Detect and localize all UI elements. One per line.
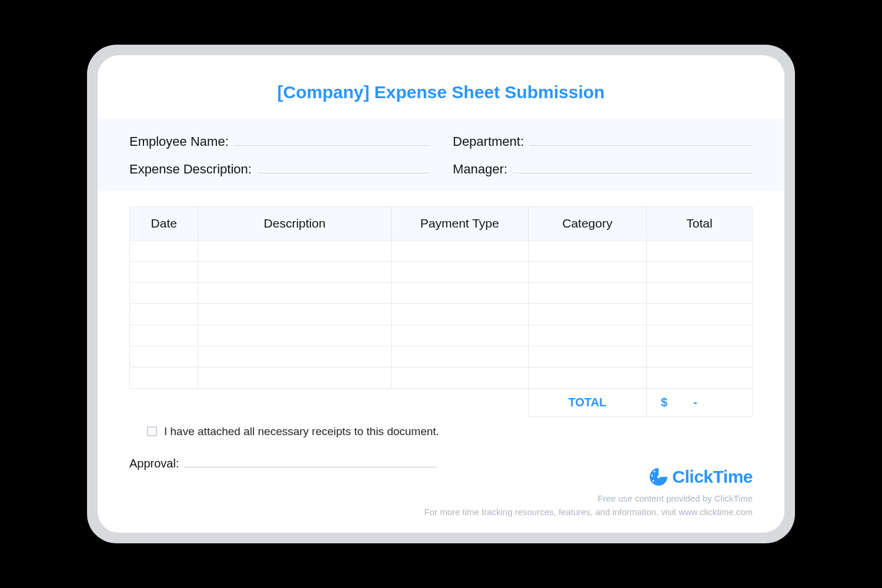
cell[interactable] <box>528 282 646 303</box>
title-area: [Company] Expense Sheet Submission <box>98 55 784 119</box>
col-category: Category <box>528 206 646 240</box>
brand-name: ClickTime <box>672 467 753 487</box>
cell[interactable] <box>130 325 198 346</box>
receipts-checkbox[interactable] <box>147 426 157 436</box>
cell[interactable] <box>391 325 528 346</box>
table-row <box>130 240 753 261</box>
cell[interactable] <box>198 367 391 388</box>
cell[interactable] <box>528 325 646 346</box>
cell[interactable] <box>528 367 646 388</box>
field-department: Department: <box>453 131 753 149</box>
field-manager: Manager: <box>453 158 753 176</box>
expense-table-wrap: Date Description Payment Type Category T… <box>98 191 784 417</box>
cell[interactable] <box>391 346 528 367</box>
cell[interactable] <box>391 282 528 303</box>
table-row <box>130 325 753 346</box>
expense-description-input[interactable] <box>258 158 429 173</box>
cell[interactable] <box>130 367 198 388</box>
approval-input[interactable] <box>184 455 437 467</box>
clicktime-icon <box>649 467 669 487</box>
svg-point-2 <box>652 475 653 477</box>
department-input[interactable] <box>530 131 753 146</box>
cell[interactable] <box>130 261 198 282</box>
brand-logo: ClickTime <box>649 467 753 487</box>
cell[interactable] <box>646 346 752 367</box>
cell[interactable] <box>130 282 198 303</box>
svg-point-0 <box>657 476 660 478</box>
expense-table: Date Description Payment Type Category T… <box>129 206 753 417</box>
total-amount: $- <box>646 388 752 416</box>
cell[interactable] <box>198 303 391 325</box>
cell[interactable] <box>528 261 646 282</box>
cell[interactable] <box>198 240 391 261</box>
manager-label: Manager: <box>453 162 507 177</box>
device-frame: [Company] Expense Sheet Submission Emplo… <box>87 45 795 543</box>
receipts-check-row: I have attached all necessary receipts t… <box>147 425 753 438</box>
cell[interactable] <box>130 303 198 325</box>
table-row <box>130 367 753 388</box>
cell[interactable] <box>646 303 752 325</box>
field-expense-description: Expense Description: <box>129 158 429 176</box>
col-description: Description <box>198 206 391 240</box>
page-title: [Company] Expense Sheet Submission <box>98 82 784 102</box>
col-date: Date <box>130 206 198 240</box>
cell[interactable] <box>198 282 391 303</box>
cell[interactable] <box>130 346 198 367</box>
cell[interactable] <box>391 240 528 261</box>
cell[interactable] <box>391 261 528 282</box>
screen: [Company] Expense Sheet Submission Emplo… <box>98 55 784 533</box>
col-total: Total <box>646 206 752 240</box>
cell[interactable] <box>646 367 752 388</box>
cell[interactable] <box>391 303 528 325</box>
cell[interactable] <box>130 240 198 261</box>
table-row <box>130 282 753 303</box>
receipts-checkbox-label: I have attached all necessary receipts t… <box>164 425 439 438</box>
cell[interactable] <box>646 261 752 282</box>
total-label: TOTAL <box>528 388 646 416</box>
svg-point-1 <box>654 471 656 473</box>
cell[interactable] <box>646 282 752 303</box>
svg-point-3 <box>653 480 654 482</box>
col-payment-type: Payment Type <box>391 206 528 240</box>
table-row <box>130 346 753 367</box>
cell[interactable] <box>198 325 391 346</box>
expense-description-label: Expense Description: <box>129 162 252 177</box>
cell[interactable] <box>528 346 646 367</box>
header-fields: Employee Name: Department: Expense Descr… <box>98 119 784 191</box>
cell[interactable] <box>646 240 752 261</box>
cell[interactable] <box>528 240 646 261</box>
manager-input[interactable] <box>513 158 753 173</box>
table-row <box>130 261 753 282</box>
footer-line-2: For more time tracking resources, featur… <box>424 506 753 519</box>
footer-line-1: Free use content provided by ClickTime <box>424 492 753 506</box>
field-employee-name: Employee Name: <box>129 131 429 149</box>
cell[interactable] <box>198 346 391 367</box>
department-label: Department: <box>453 134 524 149</box>
cell[interactable] <box>528 303 646 325</box>
cell[interactable] <box>646 325 752 346</box>
employee-name-label: Employee Name: <box>129 134 229 149</box>
table-row <box>130 303 753 325</box>
table-header-row: Date Description Payment Type Category T… <box>130 206 753 240</box>
footer: Free use content provided by ClickTime F… <box>424 492 753 519</box>
below-table: I have attached all necessary receipts t… <box>98 423 784 470</box>
total-row: TOTAL $- <box>130 388 753 416</box>
employee-name-input[interactable] <box>235 131 429 146</box>
cell[interactable] <box>391 367 528 388</box>
cell[interactable] <box>198 261 391 282</box>
approval-label: Approval: <box>129 457 179 470</box>
